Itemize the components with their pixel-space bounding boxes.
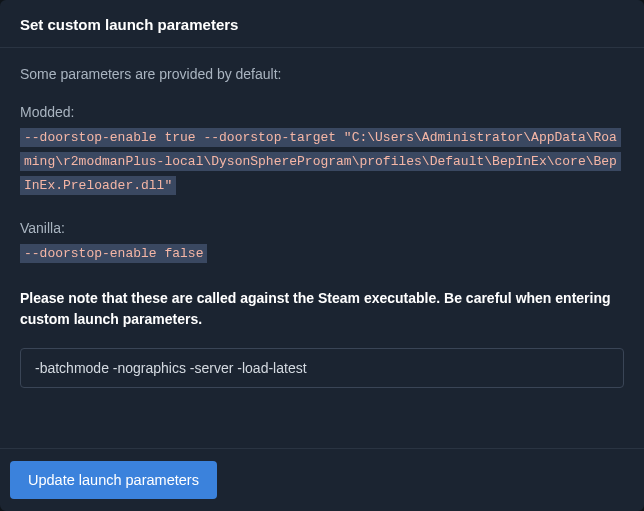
launch-params-input[interactable] <box>20 348 624 388</box>
modal-title: Set custom launch parameters <box>20 16 624 33</box>
vanilla-label: Vanilla: <box>20 220 624 236</box>
launch-params-modal: Set custom launch parameters Some parame… <box>0 0 644 511</box>
vanilla-code-wrap: --doorstop-enable false <box>20 242 624 266</box>
intro-text: Some parameters are provided by default: <box>20 66 624 82</box>
modal-header: Set custom launch parameters <box>0 0 644 48</box>
modded-code-wrap: --doorstop-enable true --doorstop-target… <box>20 126 624 198</box>
modal-body: Some parameters are provided by default:… <box>0 48 644 448</box>
modal-footer: Update launch parameters <box>0 448 644 511</box>
update-launch-params-button[interactable]: Update launch parameters <box>10 461 217 499</box>
vanilla-code: --doorstop-enable false <box>20 244 207 263</box>
warning-note: Please note that these are called agains… <box>20 288 624 330</box>
modded-label: Modded: <box>20 104 624 120</box>
modded-code: --doorstop-enable true --doorstop-target… <box>20 128 621 195</box>
